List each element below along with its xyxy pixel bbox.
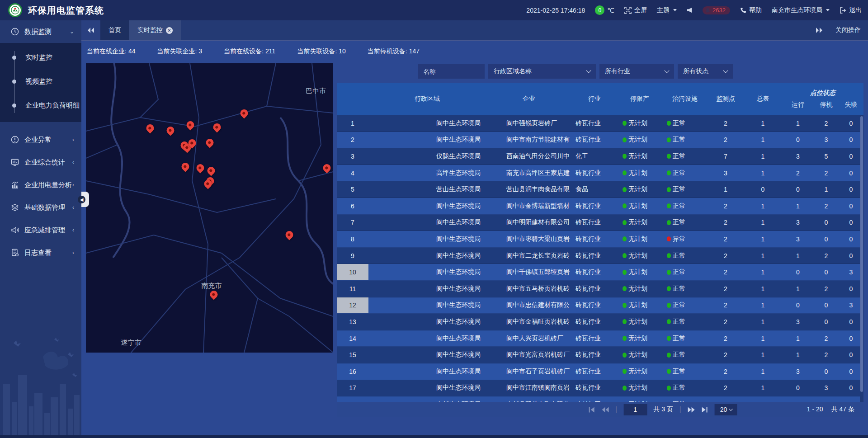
table-row[interactable]: 11阆中生态环境局阆中市五马桥页岩机砖砖瓦行业无计划正常21120 [337,281,863,297]
table-row[interactable]: 14阆中生态环境局阆中大兴页岩机砖厂砖瓦行业无计划正常21120 [337,330,863,347]
fullscreen-button[interactable]: 全屏 [624,6,647,14]
map-pin-icon[interactable] [210,291,217,298]
table-row[interactable]: 10阆中生态环境局阆中千佛镇五郎垭页岩砖瓦行业无计划正常21003 [337,264,863,281]
map-pin-icon[interactable] [213,123,221,131]
map-pin-icon[interactable] [323,164,330,172]
cell-facility: 异常 [662,231,708,247]
map-pin-icon[interactable] [189,139,196,147]
status-select[interactable]: 所有状态 [678,64,733,79]
sidebar-item-realtime-monitoring[interactable]: 实时监控 [0,46,81,70]
notifications-badge[interactable]: 2632 [703,6,730,14]
last-page-button[interactable] [702,407,708,413]
table-row[interactable]: 9阆中生态环境局阆中市二龙长宝页岩砖砖瓦行业无计划正常21120 [337,248,863,264]
cell-stopped: 3 [814,380,839,396]
cell-facility: 正常 [662,215,708,231]
sidebar-collapse-toggle[interactable]: ◀ [81,192,89,207]
sidebar-item-enterprise-abnormal[interactable]: 企业异常 ‹ [0,128,81,151]
map-pin-icon[interactable] [186,121,194,129]
mute-button[interactable] [687,7,693,13]
cell-region: 南部生态环境局 [368,396,486,402]
table-row[interactable]: 15阆中生态环境局阆中市光富页岩机砖厂砖瓦行业无计划正常21120 [337,347,863,363]
cell-no: 14 [337,330,368,347]
tab-home[interactable]: 首页 [100,20,129,40]
name-search-field[interactable] [418,64,485,79]
map-pin-icon[interactable] [206,139,214,146]
table-row[interactable]: 8阆中生态环境局阆中市枣碧大梁山页岩砖瓦行业无计划异常21300 [337,231,863,248]
sidebar-item-enterprise-statistics[interactable]: 企业综合统计 ‹ [0,151,81,174]
table-row[interactable]: 13阆中生态环境局阆中市金福旺页岩机砖砖瓦行业无计划正常21300 [337,314,863,330]
cell-region: 阆中生态环境局 [368,297,486,314]
table-row[interactable]: 18南部生态环境局南部县双佛土陶有限公建材加工无计划正常60060 [337,396,863,402]
first-page-button[interactable] [588,407,595,413]
double-chevron-right-icon[interactable] [816,27,823,33]
help-button[interactable]: 帮助 [740,6,762,14]
status-dot-icon [623,303,627,308]
organization-dropdown[interactable]: 南充市生态环境局 [772,6,830,14]
sidebar-item-video-monitoring[interactable]: 视频监控 [0,70,81,94]
sidebar-item-base-data-management[interactable]: 基础数据管理 ‹ [0,196,81,219]
table-row[interactable]: 3仪陇生态环境局西南油气田分公司川中化工无计划正常71350 [337,148,863,165]
cell-stopped: 3 [814,132,839,148]
cell-stopped: 2 [814,165,839,181]
bullet-icon [12,56,16,60]
table-row[interactable]: 12阆中生态环境局阆中市忠信建材有限公砖瓦行业无计划正常21003 [337,297,863,314]
cell-industry: 砖瓦行业 [572,231,617,247]
cell-company: 阆中强锐页岩砖厂 [486,115,572,132]
map-pin-icon[interactable] [197,164,204,172]
sidebar-item-power-load-detail[interactable]: 企业电力负荷明细 [0,94,81,118]
sidebar-item-emergency-reduction[interactable]: 应急减排管理 ‹ [0,219,81,241]
tab-realtime-monitoring[interactable]: 实时监控 × [129,20,181,40]
cell-stopped: 0 [814,215,839,231]
status-dot-icon [623,369,627,374]
sidebar-item-power-usage-analysis[interactable]: 企业用电量分析 ‹ [0,174,81,196]
logout-button[interactable]: 退出 [840,6,862,14]
cell-facility: 正常 [662,363,708,380]
map-pin-icon[interactable] [207,167,215,174]
cell-region: 阆中生态环境局 [368,231,486,247]
table-scrollbar[interactable] [860,115,863,402]
cell-running: 0 [782,297,814,314]
map-pin-icon[interactable] [146,124,154,132]
prev-page-button[interactable] [601,407,609,413]
next-page-button[interactable] [688,407,695,413]
chevron-down-icon [586,68,591,73]
status-dot-icon [623,220,627,225]
status-dot-icon [667,386,671,391]
name-search-input[interactable] [423,68,479,75]
table-row[interactable]: 4高坪生态环境局南充市高坪区王家店建砖瓦行业无计划正常31220 [337,165,863,182]
sidebar-item-log-view[interactable]: 日志查看 ‹ [0,241,81,264]
map-pin-icon[interactable] [286,231,293,239]
tabs-scroll-left-button[interactable] [81,20,100,40]
region-select[interactable]: 行政区域名称 [488,64,596,79]
table-row[interactable]: 5营山生态环境局营山县润丰肉食品有限食品无计划正常10010 [337,181,863,198]
cell-meters: 1 [744,148,782,165]
table-row[interactable]: 7阆中生态环境局阆中明阳建材有限公司砖瓦行业无计划正常21300 [337,215,863,231]
cell-facility: 正常 [662,330,708,347]
cell-points: 3 [708,165,744,181]
table-row[interactable]: 6阆中生态环境局阆中市金博瑞新型墙材砖瓦行业无计划正常21120 [337,198,863,215]
page-number-input[interactable]: 1 [623,404,647,415]
map-pin-icon[interactable] [204,180,212,188]
cell-points: 7 [708,148,744,165]
map-panel[interactable]: 巴中市南充市遂宁市 [86,63,333,353]
cell-limit: 无计划 [617,281,662,297]
close-tab-icon[interactable]: × [166,27,173,34]
table-row[interactable]: 16阆中生态环境局阆中市石子页岩机砖厂砖瓦行业无计划正常21300 [337,363,863,380]
cell-meters: 1 [744,165,782,181]
table-body: 1阆中生态环境局阆中强锐页岩砖厂砖瓦行业无计划正常211202阆中生态环境局阆中… [337,115,863,402]
theme-dropdown[interactable]: 主题 [657,6,677,14]
map-pin-icon[interactable] [167,127,175,134]
map-pin-icon[interactable] [241,109,248,117]
page-size-select[interactable]: 20 [715,404,737,415]
scrollbar-thumb[interactable] [860,116,863,392]
table-row[interactable]: 17阆中生态环境局阆中市江南镇阆南页岩砖瓦行业无计划正常21030 [337,380,863,397]
sidebar-item-data-monitoring[interactable]: 数据监测 ⌄ [0,20,81,43]
table-row[interactable]: 2阆中生态环境局阆中市南方节能建材有砖瓦行业无计划正常21030 [337,132,863,149]
status-dot-icon [623,253,627,258]
cell-no: 12 [337,297,368,314]
close-operations-button[interactable]: 关闭操作 [835,26,861,34]
cell-industry: 砖瓦行业 [572,363,617,380]
map-pin-icon[interactable] [181,163,189,170]
industry-select[interactable]: 所有行业 [599,64,674,79]
table-row[interactable]: 1阆中生态环境局阆中强锐页岩砖厂砖瓦行业无计划正常21120 [337,115,863,132]
